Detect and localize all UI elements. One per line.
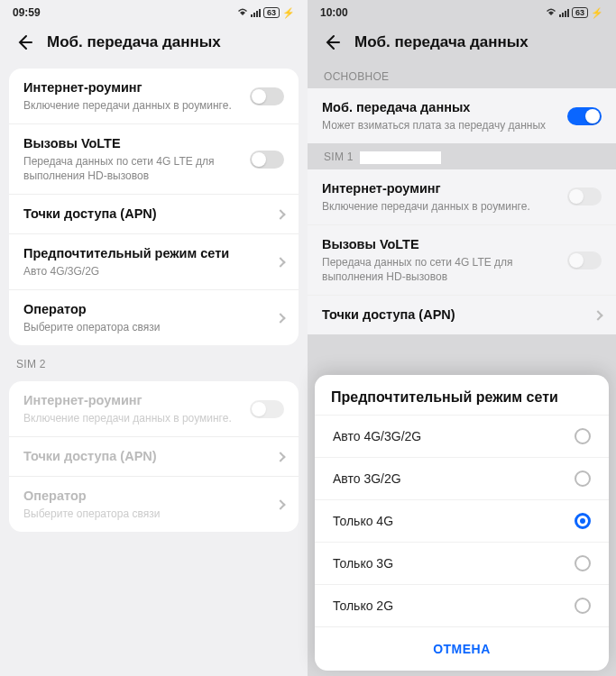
row-title: Вызовы VoLTE <box>23 135 250 152</box>
radio-icon <box>575 598 591 614</box>
row-title: Моб. передача данных <box>322 99 567 116</box>
sim2-label: SIM 2 <box>0 351 308 376</box>
row-apn[interactable]: Точки доступа (APN) <box>308 296 616 334</box>
wifi-icon <box>546 7 556 18</box>
cancel-button[interactable]: ОТМЕНА <box>315 626 609 671</box>
row-title: Оператор <box>23 301 270 318</box>
row-sub: Передача данных по сети 4G LTE для выпол… <box>23 154 250 183</box>
row-title: Интернет-роуминг <box>23 392 250 409</box>
settings-group-sim1: Интернет-роуминг Включение передачи данн… <box>308 169 616 334</box>
row-apn-sim2: Точки доступа (APN) <box>9 437 299 477</box>
toggle-roaming[interactable] <box>250 87 284 105</box>
row-title: Интернет-роуминг <box>322 180 567 197</box>
row-sub: Авто 4G/3G/2G <box>23 264 270 279</box>
back-icon[interactable] <box>322 32 342 52</box>
sim1-label: SIM 1 <box>308 143 616 169</box>
row-internet-roaming-sim2: Интернет-роуминг Включение передачи данн… <box>9 381 299 437</box>
chevron-right-icon <box>275 499 285 509</box>
row-sub: Включение передачи данных в роуминге. <box>23 98 250 113</box>
toggle-roaming[interactable] <box>567 187 602 206</box>
option-only-4g[interactable]: Только 4G <box>315 499 609 542</box>
row-operator-sim2: Оператор Выберите оператора связи <box>9 477 299 532</box>
row-title: Оператор <box>23 488 270 505</box>
chevron-right-icon <box>275 452 285 461</box>
toggle-mobile-data[interactable] <box>567 107 602 125</box>
network-mode-sheet: Предпочтительный режим сети Авто 4G/3G/2… <box>315 375 609 671</box>
row-mobile-data[interactable]: Моб. передача данных Может взиматься пла… <box>308 88 616 143</box>
option-label: Только 3G <box>333 556 393 571</box>
chevron-right-icon <box>593 310 602 320</box>
row-sub: Включение передачи данных в роуминге. <box>23 411 250 425</box>
toggle-volte[interactable] <box>250 151 284 169</box>
row-title: Точки доступа (APN) <box>23 448 270 465</box>
settings-group-1: Интернет-роуминг Включение передачи данн… <box>9 69 299 345</box>
option-auto-4g-3g-2g[interactable]: Авто 4G/3G/2G <box>315 415 609 457</box>
signal-icon <box>559 8 569 17</box>
row-internet-roaming[interactable]: Интернет-роуминг Включение передачи данн… <box>308 169 616 225</box>
toggle-roaming-sim2 <box>250 400 284 418</box>
row-network-mode[interactable]: Предпочтительный режим сети Авто 4G/3G/2… <box>9 234 299 290</box>
page-title: Моб. передача данных <box>47 33 221 51</box>
option-label: Авто 4G/3G/2G <box>333 429 421 443</box>
settings-group-sim2: Интернет-роуминг Включение передачи данн… <box>9 381 299 532</box>
status-time: 10:00 <box>320 6 348 19</box>
toggle-volte[interactable] <box>567 251 602 269</box>
section-main-label: ОСНОВНОЕ <box>308 63 616 88</box>
signal-icon <box>251 8 261 17</box>
page-title: Моб. передача данных <box>354 33 529 51</box>
row-internet-roaming[interactable]: Интернет-роуминг Включение передачи данн… <box>9 69 299 124</box>
option-only-2g[interactable]: Только 2G <box>315 584 609 626</box>
battery-icon: 63 <box>572 7 588 18</box>
status-bar: 10:00 63 ⚡ <box>308 0 616 25</box>
row-sub: Выберите оператора связи <box>23 507 270 521</box>
row-title: Точки доступа (APN) <box>23 206 270 223</box>
chevron-right-icon <box>275 313 285 323</box>
option-label: Только 4G <box>333 514 393 528</box>
status-icons: 63 ⚡ <box>237 7 295 19</box>
row-volte[interactable]: Вызовы VoLTE Передача данных по сети 4G … <box>308 225 616 296</box>
mobile-data-group: Моб. передача данных Может взиматься пла… <box>308 88 616 143</box>
row-volte[interactable]: Вызовы VoLTE Передача данных по сети 4G … <box>9 124 299 195</box>
row-operator[interactable]: Оператор Выберите оператора связи <box>9 290 299 345</box>
row-sub: Выберите оператора связи <box>23 320 270 334</box>
charging-icon: ⚡ <box>591 7 603 19</box>
radio-icon <box>575 513 591 529</box>
chevron-right-icon <box>275 257 285 267</box>
row-title: Точки доступа (APN) <box>322 306 587 324</box>
radio-icon <box>575 470 591 487</box>
charging-icon: ⚡ <box>282 7 295 19</box>
row-sub: Передача данных по сети 4G LTE для выпол… <box>322 255 567 284</box>
back-icon[interactable] <box>14 32 34 52</box>
phone-left: 09:59 63 ⚡ Моб. передача данных Интернет… <box>0 0 308 676</box>
row-title: Интернет-роуминг <box>23 79 250 96</box>
sim1-redaction <box>360 151 441 164</box>
header: Моб. передача данных <box>308 25 616 63</box>
chevron-right-icon <box>275 209 285 219</box>
radio-icon <box>575 555 591 571</box>
radio-icon <box>575 428 591 444</box>
status-time: 09:59 <box>13 6 41 19</box>
status-icons: 63 ⚡ <box>546 7 603 19</box>
row-sub: Включение передачи данных в роуминге. <box>322 199 567 214</box>
option-label: Авто 3G/2G <box>333 471 401 486</box>
option-auto-3g-2g[interactable]: Авто 3G/2G <box>315 457 609 499</box>
option-only-3g[interactable]: Только 3G <box>315 542 609 584</box>
sim1-text: SIM 1 <box>324 151 354 163</box>
row-sub: Может взиматься плата за передачу данных <box>322 118 567 132</box>
header: Моб. передача данных <box>0 25 308 63</box>
row-title: Вызовы VoLTE <box>322 236 567 253</box>
row-apn[interactable]: Точки доступа (APN) <box>9 195 299 234</box>
sheet-title: Предпочтительный режим сети <box>315 375 609 415</box>
battery-icon: 63 <box>263 7 280 18</box>
status-bar: 09:59 63 ⚡ <box>0 0 308 25</box>
row-title: Предпочтительный режим сети <box>23 245 270 262</box>
option-label: Только 2G <box>333 598 393 613</box>
wifi-icon <box>237 7 248 18</box>
phone-right: 10:00 63 ⚡ Моб. передача данных ОСНОВНОЕ… <box>308 0 616 676</box>
